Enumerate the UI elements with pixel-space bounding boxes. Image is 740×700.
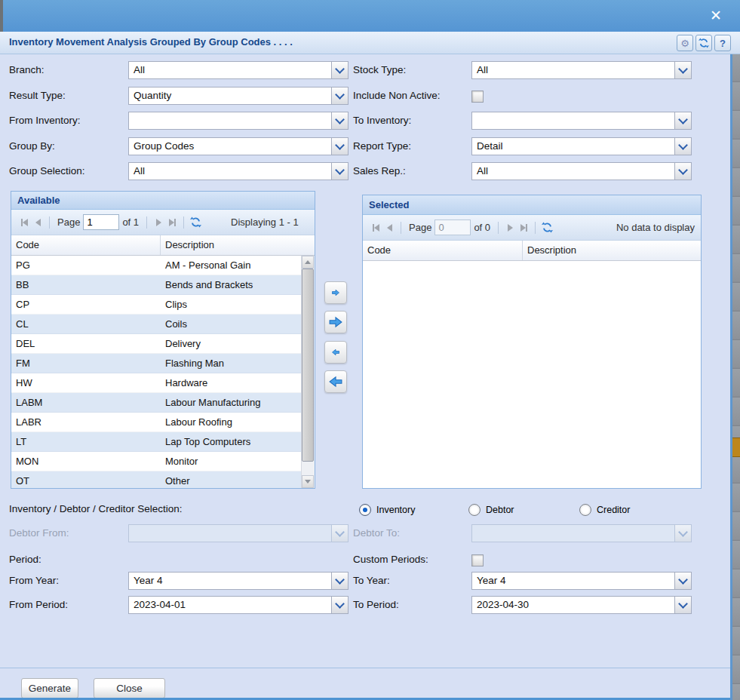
from-inventory-dropdown-trigger[interactable] xyxy=(331,112,348,129)
from-year-combo[interactable]: Year 4 xyxy=(128,572,349,590)
table-row[interactable]: OT Other xyxy=(11,471,302,488)
table-row[interactable]: CP Clips xyxy=(11,295,302,315)
to-period-combo[interactable]: 2023-04-30 xyxy=(471,596,692,614)
debtor-from-label: Debtor From: xyxy=(9,524,69,542)
stock-type-combo[interactable]: All xyxy=(471,61,692,79)
refresh-button[interactable] xyxy=(695,35,712,51)
from-inventory-combo[interactable] xyxy=(128,112,349,130)
page-title: Inventory Movement Analysis Grouped By G… xyxy=(9,36,293,48)
page-number-input[interactable] xyxy=(83,214,119,230)
table-row[interactable]: FM Flashing Man xyxy=(11,354,302,373)
chevron-down-icon xyxy=(678,64,688,74)
move-right-button[interactable] xyxy=(324,281,347,304)
page-of-label: of 1 xyxy=(122,216,139,228)
radio-creditor[interactable]: Creditor xyxy=(579,504,630,516)
generate-button[interactable]: Generate xyxy=(21,678,78,698)
from-inventory-value xyxy=(129,112,331,129)
page-label: Page xyxy=(57,216,80,228)
column-header-description[interactable]: Description xyxy=(161,235,315,255)
from-period-dropdown-trigger[interactable] xyxy=(331,597,348,613)
available-scrollbar[interactable] xyxy=(301,256,315,488)
settings-button[interactable]: ⚙ xyxy=(677,35,693,51)
table-row[interactable]: LABM Labour Manufacturing xyxy=(11,393,302,413)
to-year-combo[interactable]: Year 4 xyxy=(471,572,692,590)
row-description: Other xyxy=(161,471,302,488)
scroll-up-button[interactable] xyxy=(302,256,314,269)
close-button[interactable]: Close xyxy=(94,678,165,698)
chevron-down-icon xyxy=(335,165,345,175)
available-column-headers: Code Description xyxy=(11,235,315,256)
move-all-left-button[interactable] xyxy=(324,370,347,393)
group-by-dropdown-trigger[interactable] xyxy=(331,138,348,155)
table-row[interactable]: MON Monitor xyxy=(11,452,302,471)
sales-rep-combo[interactable]: All xyxy=(471,162,692,180)
close-icon[interactable]: ✕ xyxy=(710,7,722,25)
table-row[interactable]: BB Bends and Brackets xyxy=(11,275,302,295)
scrollbar-thumb[interactable] xyxy=(302,269,314,462)
help-button[interactable]: ? xyxy=(714,35,731,51)
arrow-left-icon xyxy=(331,348,340,357)
column-header-code[interactable]: Code xyxy=(11,235,161,255)
prev-page-button[interactable] xyxy=(31,216,45,229)
toolbar-separator xyxy=(183,216,184,229)
help-icon: ? xyxy=(720,38,726,49)
radio-debtor[interactable]: Debtor xyxy=(468,504,514,516)
row-code: HW xyxy=(11,373,161,392)
from-period-combo[interactable]: 2023-04-01 xyxy=(128,596,349,614)
sales-rep-label: Sales Rep.: xyxy=(353,162,406,180)
radio-inventory[interactable]: Inventory xyxy=(359,504,415,516)
next-page-button[interactable] xyxy=(503,221,517,235)
result-type-combo[interactable]: Quantity xyxy=(128,87,349,105)
header-toolbar: ⚙ ? xyxy=(677,35,731,51)
from-year-dropdown-trigger[interactable] xyxy=(331,573,348,589)
background-app-strip xyxy=(732,54,740,700)
report-type-combo[interactable]: Detail xyxy=(471,137,692,155)
table-row[interactable]: LABR Labour Roofing xyxy=(11,413,302,432)
row-description: Coils xyxy=(161,315,302,333)
stock-type-dropdown-trigger[interactable] xyxy=(674,62,691,78)
row-description: Hardware xyxy=(161,373,302,392)
to-period-dropdown-trigger[interactable] xyxy=(674,597,691,613)
dialog-header: Inventory Movement Analysis Grouped By G… xyxy=(0,32,740,54)
group-selection-combo[interactable]: All xyxy=(128,162,349,180)
result-type-dropdown-trigger[interactable] xyxy=(331,88,348,104)
column-header-description[interactable]: Description xyxy=(523,241,701,260)
include-non-active-checkbox[interactable] xyxy=(471,91,484,103)
column-header-code[interactable]: Code xyxy=(363,241,523,260)
screen: ✕ Inventory Movement Analysis Grouped By… xyxy=(0,0,740,700)
table-row[interactable]: CL Coils xyxy=(11,315,302,334)
prev-page-button[interactable] xyxy=(382,221,396,235)
to-year-dropdown-trigger[interactable] xyxy=(674,573,691,589)
page-number-input[interactable] xyxy=(434,220,471,235)
table-row[interactable]: PG AM - Personal Gain xyxy=(11,256,302,275)
branch-combo[interactable]: All xyxy=(128,61,349,79)
group-by-combo[interactable]: Group Codes xyxy=(128,137,349,155)
grid-refresh-button[interactable] xyxy=(540,221,554,235)
grid-refresh-button[interactable] xyxy=(189,216,202,229)
row-description: Monitor xyxy=(161,452,302,471)
arrow-left-large-icon xyxy=(329,375,342,388)
first-page-button[interactable] xyxy=(17,216,31,229)
row-code: DEL xyxy=(11,334,161,353)
scroll-down-button[interactable] xyxy=(302,475,314,488)
branch-dropdown-trigger[interactable] xyxy=(331,62,348,78)
first-page-button[interactable] xyxy=(369,221,382,235)
table-row[interactable]: DEL Delivery xyxy=(11,334,302,354)
sales-rep-dropdown-trigger[interactable] xyxy=(674,163,691,180)
report-type-dropdown-trigger[interactable] xyxy=(674,138,691,155)
to-inventory-combo[interactable] xyxy=(471,112,692,130)
branch-value: All xyxy=(129,62,331,78)
move-left-button[interactable] xyxy=(324,341,347,364)
table-row[interactable]: HW Hardware xyxy=(11,373,302,393)
to-inventory-dropdown-trigger[interactable] xyxy=(674,112,691,129)
last-page-button[interactable] xyxy=(165,216,179,229)
table-row[interactable]: LT Lap Top Computers xyxy=(11,432,302,452)
group-selection-dropdown-trigger[interactable] xyxy=(331,163,348,180)
dialog-titlebar[interactable]: ✕ xyxy=(3,0,740,32)
last-page-button[interactable] xyxy=(517,221,530,235)
row-description: Lap Top Computers xyxy=(161,432,302,451)
next-page-button[interactable] xyxy=(152,216,165,229)
next-page-icon xyxy=(156,219,161,226)
move-all-right-button[interactable] xyxy=(324,311,347,333)
custom-periods-checkbox[interactable] xyxy=(471,554,484,566)
